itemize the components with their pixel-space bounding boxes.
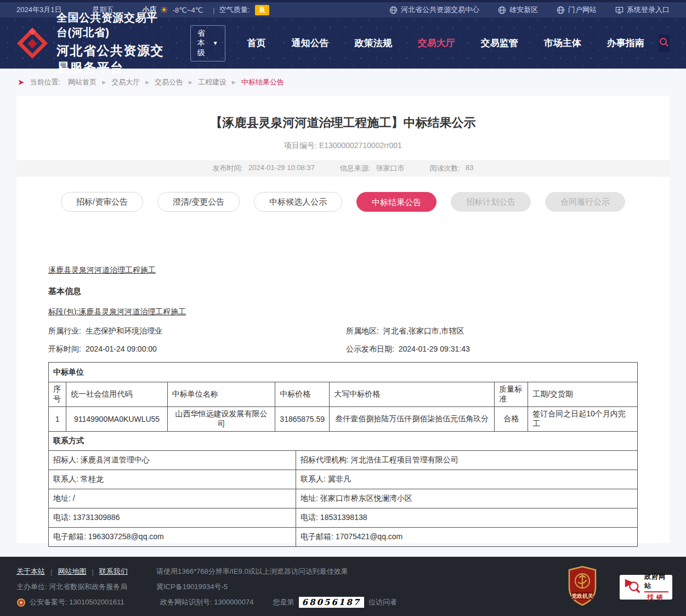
col-header: 统一社会信用代码: [66, 382, 168, 407]
crumb-trading-hall[interactable]: 交易大厅: [111, 77, 140, 87]
winner-header-row: 序号 统一社会信用代码 中标单位名称 中标价格 大写中标价格 质量标准 工期/交…: [49, 382, 638, 407]
gov-site-error-report-badge[interactable]: 政府网站 找错: [620, 575, 672, 600]
page-title: 【涿鹿县灵泉河河道治理工程施工】中标结果公示: [16, 115, 670, 131]
site-logo[interactable]: [16, 27, 48, 59]
cell-address-left: 地址: /: [49, 489, 296, 508]
cell-price-caps: 叁仟壹佰捌拾陆万伍仟捌佰柒拾伍元伍角玖分: [330, 407, 495, 432]
find-error-icon: [623, 577, 641, 597]
field-region: 所属地区:河北省,张家口市,市辖区: [346, 326, 638, 336]
err-badge-line1: 政府网站: [644, 572, 668, 592]
tab-bid-result[interactable]: 中标结果公告: [356, 192, 436, 212]
col-header: 质量标准: [495, 382, 528, 407]
visitor-counter: 68056187: [299, 597, 365, 608]
cell-email-left: 电子邮箱: 1963037258@qq.com: [49, 528, 296, 547]
cell-contact-left: 联系人: 常桂龙: [49, 470, 296, 489]
field-industry: 所属行业:生态保护和环境治理业: [48, 326, 346, 336]
project-link[interactable]: 涿鹿县灵泉河河道治理工程施工: [48, 265, 156, 275]
nav-supervision[interactable]: 交易监管: [481, 37, 518, 49]
chevron-down-icon: ▼: [213, 40, 218, 46]
views-value: 83: [466, 163, 473, 173]
field-announce-date: 公示发布日期:2024-01-29 09:31:43: [346, 344, 638, 354]
col-header: 中标价格: [275, 382, 330, 407]
publish-time-label: 发布时间:: [212, 163, 243, 173]
globe-icon: [498, 6, 506, 14]
gov-site-id: 政务网站识别号: 1300000074: [160, 597, 254, 607]
project-number-label: 项目编号:: [284, 141, 317, 150]
air-quality-label: 空气质量:: [219, 5, 250, 15]
search-button[interactable]: [659, 35, 670, 52]
footer-contact-link[interactable]: 联系我们: [99, 567, 128, 577]
announcement-card: 【涿鹿县灵泉河河道治理工程施工】中标结果公示 项目编号: E1300000271…: [16, 96, 670, 543]
col-header: 工期/交货期: [528, 382, 638, 407]
cell-company: 山西华恒远建设发展有限公司: [167, 407, 275, 432]
tab-tender-plan: 招标计划公告: [451, 192, 531, 212]
chevron-right-icon: ▶: [232, 80, 236, 85]
tab-tender-notice[interactable]: 招标/资审公告: [61, 192, 143, 212]
site-header: 全国公共资源交易平台(河北省) 河北省公共资源交易服务平台 省本级 ▼ 首页 通…: [0, 18, 686, 69]
link-portal[interactable]: 门户网站: [557, 5, 597, 15]
police-badge-icon: [16, 598, 26, 607]
browser-notice: 请使用1366*768分辨率/IE9.0或以上浏览器访问达到最佳效果: [156, 567, 348, 577]
main-nav: 首页 通知公告 政策法规 交易大厅 交易监管 市场主体 办事指南: [247, 37, 644, 49]
table-row: 联系人: 常桂龙联系人: 冀非凡: [49, 470, 638, 489]
basic-info-fields: 所属行业:生态保护和环境治理业 所属地区:河北省,张家口市,市辖区 开标时间:2…: [48, 326, 638, 354]
tab-contract-performance: 合同履行公示: [545, 192, 625, 212]
chevron-right-icon: ▶: [102, 80, 106, 85]
crumb-engineering[interactable]: 工程建设: [198, 77, 226, 87]
table-row: 电子邮箱: 1963037258@qq.com电子邮箱: 17075421@qq…: [49, 528, 638, 547]
announcement-type-tabs: 招标/资审公告 澄清/变更公告 中标候选人公示 中标结果公告 招标计划公告 合同…: [16, 192, 670, 212]
project-number-value: E13000002710002rr001: [319, 141, 402, 150]
visitor-suffix: 位访问者: [368, 597, 397, 607]
shield-badge-label: 党政机关: [571, 593, 593, 599]
winner-section-title: 中标单位: [49, 363, 638, 382]
crumb-trade-announcements[interactable]: 交易公告: [155, 77, 183, 87]
region-selector[interactable]: 省本级 ▼: [190, 25, 225, 61]
police-record-number: 公安备案号: 13010502001611: [30, 597, 160, 607]
cell-tenderer: 招标人: 涿鹿县河道管理中心: [49, 451, 296, 470]
source-label: 信息来源:: [340, 163, 371, 173]
col-header: 大写中标价格: [330, 382, 495, 407]
col-header: 中标单位名称: [167, 382, 275, 407]
basic-info-heading: 基本信息: [48, 286, 638, 297]
nav-notices[interactable]: 通知公告: [292, 37, 329, 49]
link-trade-center[interactable]: 河北省公共资源交易中心: [389, 5, 479, 15]
party-gov-shield-badge[interactable]: 党政机关: [567, 566, 598, 608]
nav-service-guide[interactable]: 办事指南: [607, 37, 644, 49]
winner-table: 中标单位 序号 统一社会信用代码 中标单位名称 中标价格 大写中标价格 质量标准…: [48, 362, 638, 432]
link-system-login[interactable]: 系统登录入口: [615, 5, 670, 15]
cell-seq: 1: [49, 407, 66, 432]
table-row: 电话: 13731309886电话: 18531398138: [49, 508, 638, 528]
nav-trading-hall[interactable]: 交易大厅: [418, 37, 455, 49]
cell-email-right: 电子邮箱: 17075421@qq.com: [296, 528, 638, 547]
login-monitor-icon: [615, 6, 623, 14]
footer-sitemap-link[interactable]: 网站地图: [58, 567, 86, 577]
project-number-line: 项目编号: E13000002710002rr001: [16, 141, 670, 151]
current-date: 2024年3月1日: [16, 5, 61, 15]
footer-about-link[interactable]: 关于本站: [16, 567, 45, 577]
views-label: 阅读次数:: [429, 163, 460, 173]
site-title-line1: 全国公共资源交易平台(河北省): [56, 10, 167, 40]
cell-credit-code: 91149900MA0KUWLU55: [66, 407, 168, 432]
announcement-body: 涿鹿县灵泉河河道治理工程施工 基本信息 标段(包):涿鹿县灵泉河河道治理工程施工…: [48, 265, 638, 547]
nav-policies[interactable]: 政策法规: [355, 37, 392, 49]
link-xiongan[interactable]: 雄安新区: [498, 5, 538, 15]
breadcrumb-arrow-icon: ➤: [18, 77, 25, 87]
tab-candidates[interactable]: 中标候选人公示: [254, 192, 342, 212]
nav-market-entities[interactable]: 市场主体: [544, 37, 581, 49]
cell-agency: 招标代理机构: 河北浩佳工程项目管理有限公司: [296, 451, 638, 470]
publish-time-value: 2024-01-29 10:08:37: [248, 163, 315, 173]
package-link[interactable]: 标段(包):涿鹿县灵泉河河道治理工程施工: [48, 307, 186, 317]
chevron-right-icon: ▶: [189, 80, 192, 85]
col-header: 序号: [49, 382, 66, 407]
winner-data-row: 1 91149900MA0KUWLU55 山西华恒远建设发展有限公司 31865…: [49, 407, 638, 432]
tab-clarification[interactable]: 澄清/变更公告: [157, 192, 240, 212]
nav-home[interactable]: 首页: [247, 37, 266, 49]
cell-contact-right: 联系人: 冀非凡: [296, 470, 638, 489]
site-title-block: 全国公共资源交易平台(河北省) 河北省公共资源交易服务平台: [56, 10, 167, 76]
search-icon: [659, 37, 670, 50]
table-row: 地址: /地址: 张家口市桥东区悦澜湾小区: [49, 489, 638, 508]
cell-duration: 签订合同之日起10个月内完工: [528, 407, 638, 432]
temperature: -8℃~4℃: [173, 6, 203, 14]
site-footer: 关于本站 | 网站地图 | 联系我们 请使用1366*768分辨率/IE9.0或…: [0, 557, 686, 616]
crumb-site-home[interactable]: 网站首页: [68, 77, 97, 87]
